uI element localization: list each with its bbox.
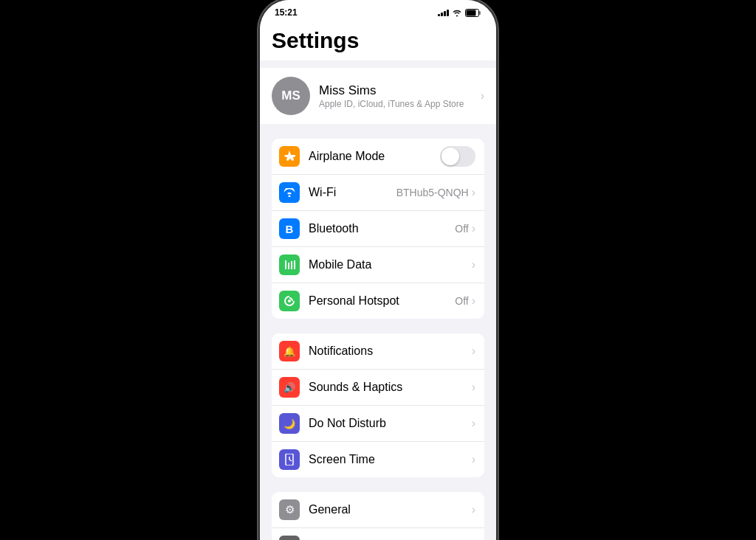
wifi-setting-icon (279, 182, 300, 203)
profile-row[interactable]: MS Miss Sims Apple ID, iCloud, iTunes & … (260, 68, 496, 124)
do-not-disturb-label: Do Not Disturb (309, 417, 472, 430)
mobile-data-icon (279, 255, 300, 275)
bluetooth-value: Off (455, 223, 468, 235)
notifications-label: Notifications (309, 345, 472, 358)
signal-icon (438, 9, 449, 16)
airplane-mode-toggle[interactable] (440, 146, 475, 167)
page-header: Settings (260, 22, 496, 60)
bluetooth-label: Bluetooth (309, 222, 455, 235)
wifi-chevron: › (472, 186, 475, 199)
notifications-chevron: › (472, 345, 475, 358)
personal-hotspot-label: Personal Hotspot (309, 294, 455, 308)
profile-info: Miss Sims Apple ID, iCloud, iTunes & App… (319, 83, 481, 109)
wifi-row[interactable]: Wi-Fi BTHub5-QNQH › (272, 175, 484, 211)
time-display: 15:21 (275, 7, 298, 18)
control-centre-row[interactable]: Control Centre › (272, 528, 484, 540)
notifications-row[interactable]: 🔔 Notifications › (272, 333, 484, 370)
avatar: MS (272, 77, 310, 115)
system-group: ⚙ General › Control Centre › AA Display … (272, 492, 484, 540)
personal-hotspot-icon (279, 291, 300, 311)
spacer-3 (260, 477, 496, 485)
profile-chevron: › (481, 89, 484, 103)
general-icon: ⚙ (279, 499, 300, 520)
general-chevron: › (472, 503, 475, 516)
mobile-data-chevron: › (472, 258, 475, 271)
wifi-value: BTHub5-QNQH (396, 187, 469, 198)
screen-time-row[interactable]: Screen Time › (272, 442, 484, 477)
sounds-haptics-label: Sounds & Haptics (309, 381, 472, 394)
do-not-disturb-row[interactable]: 🌙 Do Not Disturb › (272, 406, 484, 442)
profile-name: Miss Sims (319, 83, 481, 98)
status-bar: 15:21 (260, 0, 496, 22)
control-centre-icon (279, 536, 300, 540)
personal-hotspot-row[interactable]: Personal Hotspot Off › (272, 283, 484, 319)
general-label: General (309, 503, 472, 516)
airplane-mode-label: Airplane Mode (309, 150, 440, 163)
sounds-haptics-icon: 🔊 (279, 377, 300, 398)
mobile-data-label: Mobile Data (309, 258, 472, 271)
wifi-label: Wi-Fi (309, 186, 396, 199)
sounds-haptics-row[interactable]: 🔊 Sounds & Haptics › (272, 370, 484, 406)
personal-hotspot-value: Off (455, 295, 468, 307)
mobile-data-row[interactable]: Mobile Data › (272, 247, 484, 283)
svg-rect-1 (467, 10, 476, 15)
general-row[interactable]: ⚙ General › (272, 492, 484, 528)
spacer-2 (260, 319, 496, 326)
sounds-haptics-chevron: › (472, 381, 475, 394)
status-icons (438, 9, 481, 17)
notifications-icon: 🔔 (279, 341, 300, 361)
svg-line-6 (289, 460, 292, 461)
airplane-mode-icon (279, 146, 300, 167)
battery-icon (465, 9, 481, 17)
bluetooth-row[interactable]: B Bluetooth Off › (272, 211, 484, 247)
wifi-icon (452, 9, 462, 17)
airplane-mode-row[interactable]: Airplane Mode (272, 139, 484, 175)
svg-rect-2 (479, 11, 481, 15)
toggle-knob (441, 148, 459, 165)
personal-hotspot-chevron: › (472, 294, 475, 308)
phone-frame: 15:21 Settings MS (260, 0, 496, 540)
screen-time-chevron: › (472, 453, 475, 466)
bluetooth-icon: B (279, 218, 300, 239)
spacer-1 (260, 124, 496, 131)
svg-point-3 (288, 300, 291, 302)
bluetooth-chevron: › (472, 222, 475, 235)
do-not-disturb-chevron: › (472, 417, 475, 430)
screen-time-icon (279, 449, 300, 470)
page-title: Settings (272, 28, 484, 53)
notifications-group: 🔔 Notifications › 🔊 Sounds & Haptics › 🌙… (272, 333, 484, 477)
screen-time-label: Screen Time (309, 453, 472, 466)
connectivity-group: Airplane Mode Wi-Fi BTHub5-QNQH › B Blue… (272, 139, 484, 319)
do-not-disturb-icon: 🌙 (279, 413, 300, 434)
profile-subtitle: Apple ID, iCloud, iTunes & App Store (319, 99, 481, 109)
